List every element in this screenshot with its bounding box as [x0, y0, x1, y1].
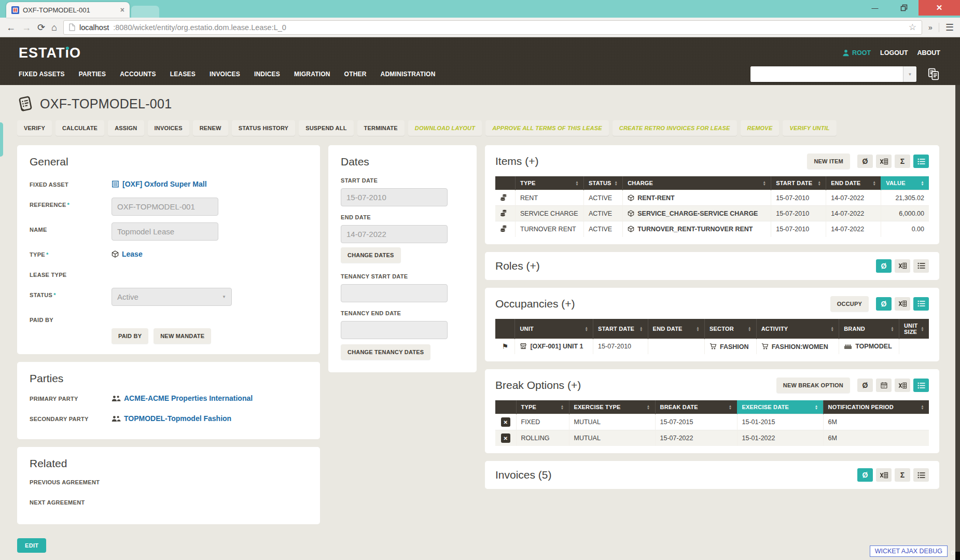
browser-menu-icon[interactable]: ☰: [945, 23, 954, 32]
change-tenancy-dates-button[interactable]: CHANGE TENANCY DATES: [341, 344, 430, 360]
col-brand[interactable]: BRAND▲▼: [839, 319, 899, 339]
back-icon[interactable]: ←: [6, 23, 16, 32]
col-unit-size[interactable]: UNIT SIZE▲▼: [899, 319, 929, 339]
col-type[interactable]: TYPE▲▼: [516, 400, 569, 414]
new-mandate-button[interactable]: NEW MANDATE: [154, 328, 211, 344]
col-notification-period[interactable]: NOTIFICATION PERIOD▲▼: [823, 400, 929, 414]
page-scrollbar[interactable]: [955, 85, 960, 560]
search-dropdown-button[interactable]: ▼: [903, 66, 916, 82]
nav-migration[interactable]: MIGRATION: [294, 71, 330, 78]
copy-icon[interactable]: [927, 67, 940, 81]
tab-close-icon[interactable]: ×: [120, 6, 124, 14]
col-activity[interactable]: ACTIVITY▲▼: [756, 319, 839, 339]
terminate-button[interactable]: TERMINATE: [357, 120, 405, 136]
bookmark-star-icon[interactable]: ☆: [909, 22, 916, 33]
nav-administration[interactable]: ADMINISTRATION: [381, 71, 436, 78]
download-layout-button[interactable]: DOWNLOAD LAYOUT: [408, 120, 482, 136]
create-retro-invoices-button[interactable]: CREATE RETRO INVOICES FOR LEASE: [613, 120, 737, 136]
table-row[interactable]: ⚑ [OXF-001] UNIT 1 15-07-2010 FASHION FA…: [495, 339, 929, 354]
sort-icon[interactable]: ▲▼: [561, 404, 564, 410]
col-status[interactable]: STATUS▲▼: [584, 176, 623, 190]
col-start-date[interactable]: START DATE▲▼: [593, 319, 648, 339]
sort-icon[interactable]: ▲▼: [615, 180, 618, 186]
nav-indices[interactable]: INDICES: [254, 71, 280, 78]
remove-button[interactable]: REMOVE: [741, 120, 780, 136]
refresh-icon[interactable]: ⟳: [37, 23, 45, 32]
start-date-field[interactable]: [341, 188, 448, 206]
change-dates-button[interactable]: CHANGE DATES: [341, 247, 401, 263]
hide-columns-icon[interactable]: Ø: [857, 155, 873, 168]
calculate-button[interactable]: CALCULATE: [55, 120, 104, 136]
logout-link[interactable]: LOGOUT: [880, 49, 908, 57]
tenancy-start-date-field[interactable]: [341, 284, 448, 302]
new-break-option-button[interactable]: NEW BREAK OPTION: [776, 377, 850, 393]
table-row[interactable]: RENT ACTIVE RENT-RENT 15-07-2010 14-07-2…: [495, 190, 929, 206]
verify-button[interactable]: VERIFY: [17, 120, 52, 136]
list-view-icon[interactable]: [913, 468, 929, 482]
nav-invoices[interactable]: INVOICES: [210, 71, 240, 78]
col-type[interactable]: TYPE▲▼: [516, 176, 584, 190]
sort-icon[interactable]: ▲▼: [647, 404, 650, 410]
nav-accounts[interactable]: ACCOUNTS: [120, 71, 156, 78]
sort-icon[interactable]: ▲▼: [891, 326, 894, 331]
sort-icon[interactable]: ▲▼: [873, 180, 876, 186]
user-menu[interactable]: ROOT: [842, 49, 871, 57]
col-unit[interactable]: UNIT▲▼: [515, 319, 593, 339]
status-select[interactable]: Active ▼: [112, 288, 232, 306]
occupy-button[interactable]: OCCUPY: [830, 296, 869, 312]
forward-icon[interactable]: →: [22, 23, 31, 32]
sort-icon[interactable]: ▲▼: [575, 180, 579, 186]
col-charge[interactable]: CHARGE▲▼: [623, 176, 771, 190]
fixed-asset-link[interactable]: [OXF] Oxford Super Mall: [112, 180, 207, 188]
renew-button[interactable]: RENEW: [193, 120, 228, 136]
table-row[interactable]: TURNOVER RENT ACTIVE TURNOVER_RENT-TURNO…: [495, 221, 929, 237]
about-link[interactable]: ABOUT: [917, 49, 940, 57]
search-input[interactable]: [750, 66, 903, 82]
calendar-icon[interactable]: [876, 379, 892, 392]
sort-icon[interactable]: ▲▼: [729, 404, 732, 410]
sort-icon[interactable]: ▲▼: [585, 326, 588, 331]
nav-parties[interactable]: PARTIES: [79, 71, 106, 78]
summary-sigma-icon[interactable]: Σ: [895, 155, 910, 168]
verify-until-button[interactable]: VERIFY UNTIL: [783, 120, 836, 136]
list-view-icon[interactable]: [913, 259, 929, 273]
end-date-field[interactable]: [341, 225, 448, 243]
address-bar[interactable]: localhost:8080/wicket/entity/org.estatio…: [63, 20, 922, 35]
sort-icon[interactable]: ▲▼: [818, 180, 822, 186]
col-end-date[interactable]: END DATE▲▼: [648, 319, 704, 339]
edit-button[interactable]: EDIT: [17, 538, 46, 553]
reference-field[interactable]: [112, 198, 218, 216]
table-row[interactable]: ✕ FIXED MUTUAL 15-07-2015 15-01-2015 6M: [495, 414, 929, 430]
col-sector[interactable]: SECTOR▲▼: [704, 319, 756, 339]
tenancy-end-date-field[interactable]: [341, 321, 448, 339]
nav-other[interactable]: OTHER: [344, 71, 367, 78]
minimize-button[interactable]: —: [860, 0, 889, 16]
new-item-button[interactable]: NEW ITEM: [807, 153, 850, 169]
suspend-all-button[interactable]: SUSPEND ALL: [299, 120, 353, 136]
browser-tab[interactable]: OXF-TOPMODEL-001 ×: [6, 2, 130, 18]
sort-icon[interactable]: ▲▼: [921, 404, 924, 410]
excel-export-icon[interactable]: [895, 259, 910, 273]
summary-sigma-icon[interactable]: Σ: [895, 468, 910, 482]
col-exercise-date[interactable]: EXERCISE DATE▲▼: [737, 400, 823, 414]
primary-party-link[interactable]: ACME-ACME Properties International: [112, 394, 253, 402]
col-end-date[interactable]: END DATE▲▼: [826, 176, 881, 190]
hide-columns-icon[interactable]: Ø: [876, 297, 892, 311]
table-row[interactable]: ✕ ROLLING MUTUAL 15-07-2022 15-01-2022 6…: [495, 430, 929, 446]
sort-icon[interactable]: ▲▼: [748, 326, 752, 331]
sort-icon[interactable]: ▲▼: [696, 326, 700, 331]
hide-columns-icon[interactable]: Ø: [857, 468, 873, 482]
type-link[interactable]: Lease: [112, 250, 143, 258]
sort-icon[interactable]: ▲▼: [831, 326, 834, 331]
sort-icon[interactable]: ▲▼: [921, 326, 924, 331]
invoices-button[interactable]: INVOICES: [148, 120, 189, 136]
excel-export-icon[interactable]: [876, 468, 892, 482]
sort-icon[interactable]: ▲▼: [763, 180, 767, 186]
excel-export-icon[interactable]: [895, 379, 910, 392]
nav-fixed-assets[interactable]: FIXED ASSETS: [19, 71, 65, 78]
wicket-ajax-debug-link[interactable]: WICKET AJAX DEBUG: [870, 545, 948, 557]
col-start-date[interactable]: START DATE▲▼: [771, 176, 826, 190]
close-button[interactable]: ✕: [919, 0, 960, 16]
sort-icon[interactable]: ▲▼: [815, 404, 818, 410]
col-value[interactable]: VALUE▲▼: [881, 176, 929, 190]
